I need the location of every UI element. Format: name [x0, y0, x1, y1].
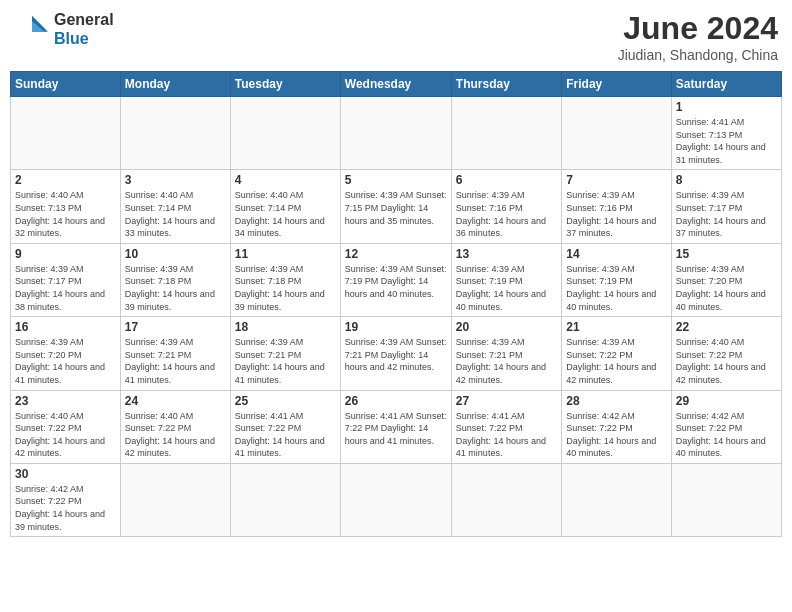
calendar-cell — [11, 97, 121, 170]
day-info: Sunrise: 4:39 AM Sunset: 7:19 PM Dayligh… — [456, 263, 557, 313]
calendar-cell: 14Sunrise: 4:39 AM Sunset: 7:19 PM Dayli… — [562, 243, 671, 316]
calendar-cell: 17Sunrise: 4:39 AM Sunset: 7:21 PM Dayli… — [120, 317, 230, 390]
day-number: 16 — [15, 320, 116, 334]
day-number: 12 — [345, 247, 447, 261]
day-number: 6 — [456, 173, 557, 187]
day-number: 14 — [566, 247, 666, 261]
day-number: 26 — [345, 394, 447, 408]
day-number: 20 — [456, 320, 557, 334]
day-number: 15 — [676, 247, 777, 261]
calendar-title-area: June 2024 Jiudian, Shandong, China — [618, 10, 778, 63]
day-number: 17 — [125, 320, 226, 334]
day-info: Sunrise: 4:40 AM Sunset: 7:22 PM Dayligh… — [15, 410, 116, 460]
day-number: 25 — [235, 394, 336, 408]
calendar-week-3: 9Sunrise: 4:39 AM Sunset: 7:17 PM Daylig… — [11, 243, 782, 316]
day-info: Sunrise: 4:40 AM Sunset: 7:13 PM Dayligh… — [15, 189, 116, 239]
day-info: Sunrise: 4:40 AM Sunset: 7:14 PM Dayligh… — [235, 189, 336, 239]
logo-line2: Blue — [54, 29, 114, 48]
col-monday: Monday — [120, 72, 230, 97]
calendar-cell: 22Sunrise: 4:40 AM Sunset: 7:22 PM Dayli… — [671, 317, 781, 390]
day-info: Sunrise: 4:39 AM Sunset: 7:18 PM Dayligh… — [125, 263, 226, 313]
calendar-cell: 16Sunrise: 4:39 AM Sunset: 7:20 PM Dayli… — [11, 317, 121, 390]
day-info: Sunrise: 4:39 AM Sunset: 7:17 PM Dayligh… — [676, 189, 777, 239]
calendar-table: Sunday Monday Tuesday Wednesday Thursday… — [10, 71, 782, 537]
day-info: Sunrise: 4:39 AM Sunset: 7:18 PM Dayligh… — [235, 263, 336, 313]
day-info: Sunrise: 4:41 AM Sunset: 7:13 PM Dayligh… — [676, 116, 777, 166]
calendar-cell: 8Sunrise: 4:39 AM Sunset: 7:17 PM Daylig… — [671, 170, 781, 243]
day-info: Sunrise: 4:41 AM Sunset: 7:22 PM Dayligh… — [345, 410, 447, 448]
calendar-cell: 20Sunrise: 4:39 AM Sunset: 7:21 PM Dayli… — [451, 317, 561, 390]
calendar-cell: 27Sunrise: 4:41 AM Sunset: 7:22 PM Dayli… — [451, 390, 561, 463]
logo-line1: General — [54, 10, 114, 29]
calendar-cell — [120, 97, 230, 170]
day-info: Sunrise: 4:40 AM Sunset: 7:14 PM Dayligh… — [125, 189, 226, 239]
day-info: Sunrise: 4:42 AM Sunset: 7:22 PM Dayligh… — [566, 410, 666, 460]
day-number: 29 — [676, 394, 777, 408]
day-number: 19 — [345, 320, 447, 334]
col-friday: Friday — [562, 72, 671, 97]
day-number: 7 — [566, 173, 666, 187]
day-info: Sunrise: 4:39 AM Sunset: 7:16 PM Dayligh… — [566, 189, 666, 239]
calendar-cell: 24Sunrise: 4:40 AM Sunset: 7:22 PM Dayli… — [120, 390, 230, 463]
calendar-cell: 2Sunrise: 4:40 AM Sunset: 7:13 PM Daylig… — [11, 170, 121, 243]
logo: General Blue — [14, 10, 114, 48]
day-info: Sunrise: 4:42 AM Sunset: 7:22 PM Dayligh… — [15, 483, 116, 533]
calendar-cell: 29Sunrise: 4:42 AM Sunset: 7:22 PM Dayli… — [671, 390, 781, 463]
calendar-cell — [120, 463, 230, 536]
calendar-cell: 15Sunrise: 4:39 AM Sunset: 7:20 PM Dayli… — [671, 243, 781, 316]
day-info: Sunrise: 4:42 AM Sunset: 7:22 PM Dayligh… — [676, 410, 777, 460]
day-info: Sunrise: 4:39 AM Sunset: 7:19 PM Dayligh… — [345, 263, 447, 301]
calendar-cell: 28Sunrise: 4:42 AM Sunset: 7:22 PM Dayli… — [562, 390, 671, 463]
calendar-cell — [671, 463, 781, 536]
calendar-cell: 23Sunrise: 4:40 AM Sunset: 7:22 PM Dayli… — [11, 390, 121, 463]
calendar-cell: 6Sunrise: 4:39 AM Sunset: 7:16 PM Daylig… — [451, 170, 561, 243]
day-info: Sunrise: 4:39 AM Sunset: 7:15 PM Dayligh… — [345, 189, 447, 227]
calendar-cell: 3Sunrise: 4:40 AM Sunset: 7:14 PM Daylig… — [120, 170, 230, 243]
calendar-week-2: 2Sunrise: 4:40 AM Sunset: 7:13 PM Daylig… — [11, 170, 782, 243]
day-number: 8 — [676, 173, 777, 187]
calendar-cell: 1Sunrise: 4:41 AM Sunset: 7:13 PM Daylig… — [671, 97, 781, 170]
day-number: 1 — [676, 100, 777, 114]
calendar-cell — [451, 97, 561, 170]
day-info: Sunrise: 4:39 AM Sunset: 7:21 PM Dayligh… — [125, 336, 226, 386]
calendar-cell: 21Sunrise: 4:39 AM Sunset: 7:22 PM Dayli… — [562, 317, 671, 390]
calendar-week-5: 23Sunrise: 4:40 AM Sunset: 7:22 PM Dayli… — [11, 390, 782, 463]
day-info: Sunrise: 4:39 AM Sunset: 7:21 PM Dayligh… — [235, 336, 336, 386]
col-sunday: Sunday — [11, 72, 121, 97]
calendar-week-4: 16Sunrise: 4:39 AM Sunset: 7:20 PM Dayli… — [11, 317, 782, 390]
col-saturday: Saturday — [671, 72, 781, 97]
calendar-cell: 13Sunrise: 4:39 AM Sunset: 7:19 PM Dayli… — [451, 243, 561, 316]
calendar-cell: 26Sunrise: 4:41 AM Sunset: 7:22 PM Dayli… — [340, 390, 451, 463]
day-info: Sunrise: 4:39 AM Sunset: 7:16 PM Dayligh… — [456, 189, 557, 239]
day-number: 22 — [676, 320, 777, 334]
day-info: Sunrise: 4:39 AM Sunset: 7:20 PM Dayligh… — [15, 336, 116, 386]
calendar-cell — [340, 97, 451, 170]
day-number: 5 — [345, 173, 447, 187]
calendar-cell — [230, 97, 340, 170]
calendar-cell — [340, 463, 451, 536]
col-thursday: Thursday — [451, 72, 561, 97]
day-number: 28 — [566, 394, 666, 408]
calendar-cell — [562, 463, 671, 536]
col-wednesday: Wednesday — [340, 72, 451, 97]
calendar-cell: 12Sunrise: 4:39 AM Sunset: 7:19 PM Dayli… — [340, 243, 451, 316]
calendar-cell — [451, 463, 561, 536]
day-number: 13 — [456, 247, 557, 261]
day-number: 3 — [125, 173, 226, 187]
day-number: 21 — [566, 320, 666, 334]
day-number: 18 — [235, 320, 336, 334]
day-number: 30 — [15, 467, 116, 481]
calendar-cell — [230, 463, 340, 536]
calendar-title: June 2024 — [618, 10, 778, 47]
day-info: Sunrise: 4:39 AM Sunset: 7:21 PM Dayligh… — [456, 336, 557, 386]
day-info: Sunrise: 4:39 AM Sunset: 7:20 PM Dayligh… — [676, 263, 777, 313]
calendar-cell: 19Sunrise: 4:39 AM Sunset: 7:21 PM Dayli… — [340, 317, 451, 390]
day-number: 4 — [235, 173, 336, 187]
day-info: Sunrise: 4:41 AM Sunset: 7:22 PM Dayligh… — [456, 410, 557, 460]
calendar-cell: 30Sunrise: 4:42 AM Sunset: 7:22 PM Dayli… — [11, 463, 121, 536]
calendar-cell: 18Sunrise: 4:39 AM Sunset: 7:21 PM Dayli… — [230, 317, 340, 390]
calendar-week-1: 1Sunrise: 4:41 AM Sunset: 7:13 PM Daylig… — [11, 97, 782, 170]
calendar-cell: 25Sunrise: 4:41 AM Sunset: 7:22 PM Dayli… — [230, 390, 340, 463]
calendar-subtitle: Jiudian, Shandong, China — [618, 47, 778, 63]
day-number: 24 — [125, 394, 226, 408]
